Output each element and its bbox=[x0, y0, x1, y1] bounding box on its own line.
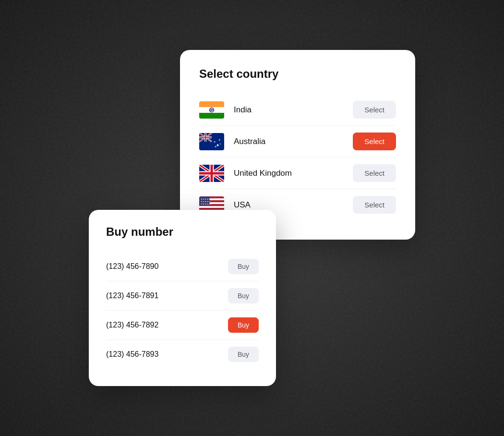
phone-number-3: (123) 456-7893 bbox=[106, 350, 228, 359]
phone-number-0: (123) 456-7890 bbox=[106, 262, 228, 271]
buy-button-0[interactable]: Buy bbox=[228, 259, 259, 274]
svg-text:★★★★★★: ★★★★★★ bbox=[201, 203, 212, 205]
buy-button-1[interactable]: Buy bbox=[228, 288, 259, 303]
usa-select-button[interactable]: Select bbox=[353, 196, 396, 214]
buy-row-1: (123) 456-7891 Buy bbox=[106, 281, 259, 311]
country-row-india: India Select bbox=[199, 94, 396, 126]
uk-select-button[interactable]: Select bbox=[353, 164, 396, 182]
phone-number-2: (123) 456-7892 bbox=[106, 321, 228, 329]
australia-select-button[interactable]: Select bbox=[353, 133, 396, 150]
usa-name: USA bbox=[234, 200, 353, 210]
australia-name: Australia bbox=[234, 137, 353, 146]
country-row-uk: United Kingdom Select bbox=[199, 157, 396, 189]
svg-rect-0 bbox=[199, 101, 224, 107]
scene: Select country India Select bbox=[89, 50, 415, 386]
buy-row-2: (123) 456-7892 Buy bbox=[106, 311, 259, 340]
australia-flag: ★ ★ ★ ★ ★ bbox=[199, 133, 224, 150]
buy-number-title: Buy number bbox=[106, 225, 259, 239]
select-country-title: Select country bbox=[199, 67, 396, 81]
buy-row-3: (123) 456-7893 Buy bbox=[106, 340, 259, 369]
svg-rect-37 bbox=[199, 206, 224, 208]
india-name: India bbox=[234, 105, 353, 115]
uk-name: United Kingdom bbox=[234, 169, 353, 178]
buy-number-card: Buy number (123) 456-7890 Buy (123) 456-… bbox=[89, 210, 276, 386]
india-flag bbox=[199, 101, 224, 119]
india-select-button[interactable]: Select bbox=[353, 101, 396, 119]
buy-button-2[interactable]: Buy bbox=[228, 317, 259, 333]
svg-text:★: ★ bbox=[219, 143, 221, 145]
buy-button-3[interactable]: Buy bbox=[228, 347, 259, 362]
buy-row-0: (123) 456-7890 Buy bbox=[106, 252, 259, 281]
country-row-australia: ★ ★ ★ ★ ★ Australia Select bbox=[199, 126, 396, 157]
uk-flag bbox=[199, 165, 224, 182]
svg-rect-2 bbox=[199, 113, 224, 119]
phone-number-1: (123) 456-7891 bbox=[106, 291, 228, 300]
